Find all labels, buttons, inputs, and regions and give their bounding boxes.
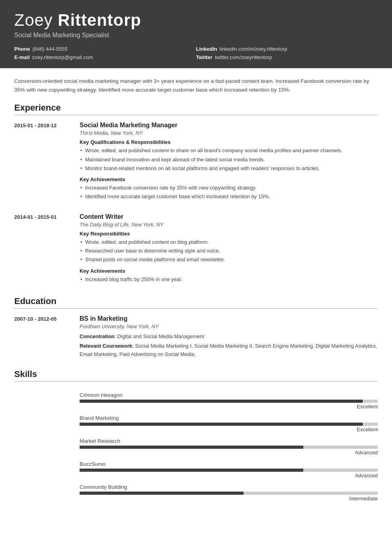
skills-section: Skills Crimson HexagonExcellentBrand Mar… (14, 369, 378, 503)
skill-bar-fill (80, 492, 244, 495)
skills-title: Skills (14, 369, 378, 382)
skill-name: Market Research (80, 438, 378, 444)
contact-value: linkedin.com/in/zoey.rittentorp (219, 46, 287, 52)
contact-item: Phone(646) 444-5555 (14, 46, 196, 52)
skill-name: Crimson Hexagon (80, 392, 378, 398)
skill-left-spacer (14, 388, 76, 411)
entry-content: Content WriterThe Daily Blog of Life, Ne… (80, 213, 378, 287)
skill-right-col: Market ResearchAdvanced (80, 434, 378, 457)
entry-row: 2014-01 - 2015-01Content WriterThe Daily… (14, 213, 378, 287)
skill-left-spacer (14, 434, 76, 457)
entry-subtitle: Key Responsibilities (80, 231, 378, 237)
contact-value: twitter.com/zoeyrittentorp (215, 54, 272, 60)
entry-list: Wrote, edited, and published content to … (80, 147, 378, 172)
education-entries: 2007-10 - 2012-05BS in MarketingFordham … (14, 315, 378, 360)
experience-entries: 2015-01 - 2018-12Social Media Marketing … (14, 122, 378, 287)
skill-level-label: Excellent (80, 427, 378, 433)
skill-left-spacer (14, 480, 76, 503)
skill-bar-track (80, 446, 378, 449)
entry-dates: 2014-01 - 2015-01 (14, 213, 76, 287)
skill-level-label: Advanced (80, 450, 378, 455)
skill-bar-track (80, 423, 378, 426)
list-item: Increased blog traffic by 250% in one ye… (80, 276, 378, 283)
list-item: Maintained brand innovation and kept abr… (80, 156, 378, 164)
education-section: Education 2007-10 - 2012-05BS in Marketi… (14, 296, 378, 360)
contact-label: Phone (14, 46, 30, 52)
skill-bar-track (80, 400, 378, 403)
skill-name: Community Building (80, 484, 378, 490)
entry-list: Increased Facebook conversion rate by 35… (80, 184, 378, 201)
skill-bar-fill (80, 469, 303, 472)
skill-left-spacer (14, 457, 76, 480)
skill-name: BuzzSumo (80, 461, 378, 467)
last-name: Rittentorp (58, 11, 141, 29)
skill-row: BuzzSumoAdvanced (14, 457, 378, 480)
skill-row: Market ResearchAdvanced (14, 434, 378, 457)
skill-left-spacer (14, 411, 76, 434)
entry-subtitle: Key Qualifications & Responsibilities (80, 139, 378, 145)
contact-item: Twittertwitter.com/zoeyrittentorp (196, 54, 378, 60)
experience-title: Experience (14, 103, 378, 115)
list-item: Identified more accurate target customer… (80, 193, 378, 201)
entry-list: Wrote, edited, and published content on … (80, 238, 378, 264)
first-name: Zoey (14, 11, 58, 29)
skill-bar-container (80, 400, 378, 403)
entry-org: The Daily Blog of Life, New York, NY (80, 222, 378, 228)
list-item: Shared posts on social media platforms a… (80, 256, 378, 264)
list-item: Researched user base to determine writin… (80, 247, 378, 255)
contact-item: E-mailzoey.rittentorp@gmail.com (14, 54, 196, 60)
skill-bar-container (80, 492, 378, 495)
contact-item: LinkedInlinkedin.com/in/zoey.rittentorp (196, 46, 378, 52)
entry-list: Increased blog traffic by 250% in one ye… (80, 276, 378, 283)
skill-name: Brand Marketing (80, 415, 378, 421)
list-item: Monitor brand-related mentions on all so… (80, 165, 378, 172)
entry-detail: Relevant Coursework: Social Media Market… (80, 342, 378, 359)
candidate-title: Social Media Marketing Specialist (14, 32, 378, 39)
skill-bar-track (80, 469, 378, 472)
entry-dates: 2015-01 - 2018-12 (14, 122, 76, 205)
entry-subtitle: Key Achievements (80, 268, 378, 274)
contact-label: Twitter (196, 54, 213, 60)
skill-bar-container (80, 446, 378, 449)
resume-header: Zoey Rittentorp Social Media Marketing S… (0, 0, 392, 68)
skills-entries: Crimson HexagonExcellentBrand MarketingE… (14, 388, 378, 503)
skill-bar-fill (80, 400, 363, 403)
entry-subtitle: Key Achievements (80, 176, 378, 182)
education-title: Education (14, 296, 378, 309)
entry-title: BS in Marketing (80, 315, 378, 322)
entry-dates: 2007-10 - 2012-05 (14, 315, 76, 360)
skill-bar-fill (80, 446, 303, 449)
skill-row: Crimson HexagonExcellent (14, 388, 378, 411)
skill-bar-track (80, 492, 378, 495)
skill-bar-container (80, 469, 378, 472)
contact-grid: Phone(646) 444-5555LinkedInlinkedin.com/… (14, 46, 378, 60)
candidate-name: Zoey Rittentorp (14, 11, 378, 29)
skill-right-col: BuzzSumoAdvanced (80, 457, 378, 480)
list-item: Wrote, edited, and published content on … (80, 238, 378, 246)
contact-label: LinkedIn (196, 46, 217, 52)
contact-label: E-mail (14, 54, 30, 60)
skill-right-col: Community BuildingIntermediate (80, 480, 378, 503)
entry-content: BS in MarketingFordham University, New Y… (80, 315, 378, 360)
entry-org: Fordham University, New York, NY (80, 323, 378, 329)
skill-level-label: Advanced (80, 473, 378, 478)
entry-detail: Concentration: Digital and Social Media … (80, 333, 378, 341)
skill-right-col: Brand MarketingExcellent (80, 411, 378, 434)
entry-row: 2015-01 - 2018-12Social Media Marketing … (14, 122, 378, 205)
skill-row: Community BuildingIntermediate (14, 480, 378, 503)
skill-right-col: Crimson HexagonExcellent (80, 388, 378, 411)
experience-section: Experience 2015-01 - 2018-12Social Media… (14, 103, 378, 287)
entry-title: Content Writer (80, 213, 378, 220)
entry-org: Thirst Media, New York, NY (80, 130, 378, 136)
list-item: Wrote, edited, and published content to … (80, 147, 378, 155)
skill-bar-fill (80, 423, 363, 426)
entry-row: 2007-10 - 2012-05BS in MarketingFordham … (14, 315, 378, 360)
entry-title: Social Media Marketing Manager (80, 122, 378, 129)
skill-level-label: Excellent (80, 404, 378, 410)
skill-bar-container (80, 423, 378, 426)
skill-row: Brand MarketingExcellent (14, 411, 378, 434)
summary-text: Conversion-oriented social media marketi… (14, 77, 378, 94)
list-item: Increased Facebook conversion rate by 35… (80, 184, 378, 192)
resume-main: Conversion-oriented social media marketi… (0, 68, 392, 524)
contact-value: (646) 444-5555 (32, 46, 68, 52)
